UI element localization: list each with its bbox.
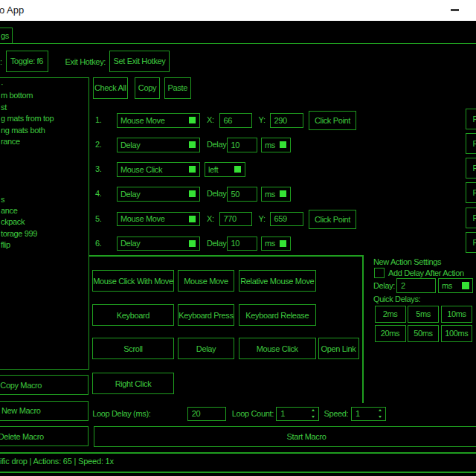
delay-unit-dropdown[interactable]: ms [438,278,473,293]
remove-action-button[interactable]: R [466,109,476,129]
remove-action-button[interactable]: R [466,232,476,253]
macro-list-item[interactable]: ance [1,206,17,215]
macro-list-item[interactable]: · [1,80,3,89]
macro-list-item[interactable]: ckpack [1,217,25,226]
action-type-dropdown[interactable]: Mouse Click [117,162,200,177]
toggle-hotkey-button[interactable]: Toggle: f6 [6,51,48,73]
palette-mouse-move-button[interactable]: Mouse Move [178,270,234,292]
quick-delay-20ms-button[interactable]: 20ms [375,325,406,342]
delay-value-input[interactable]: 10 [227,138,257,152]
quick-delay-2ms-button[interactable]: 2ms [375,306,406,323]
quick-delay-100ms-button[interactable]: 100ms [441,325,472,342]
y-value-text: 290 [274,116,287,125]
palette-mouse-click-button[interactable]: Mouse Click [239,338,317,359]
palette-keyboard-release-button[interactable]: Keyboard Release [239,304,317,326]
y-coordinate-input[interactable]: 659 [270,212,303,227]
palette-relative-mouse-move-button[interactable]: Relative Mouse Move [239,270,317,292]
action-type-dropdown[interactable]: Delay [117,138,200,152]
speed-value-text: 1 [356,409,360,418]
new-macro-button[interactable]: New Macro [0,401,89,421]
palette-keyboard-press-label: Keyboard Press [178,311,233,320]
loop-count-input[interactable]: 1 [276,407,319,421]
delay-value-input[interactable]: 2 [396,278,436,293]
macro-list-item[interactable]: flip [1,240,10,249]
quick-delay-100ms-label: 100ms [445,329,468,338]
mouse-button-dropdown[interactable]: left [205,162,245,177]
palette-right-click-label: Right Click [115,379,152,388]
x-coordinate-input[interactable]: 770 [219,212,252,227]
action-type-dropdown[interactable]: Mouse Move [117,113,200,128]
macro-list-item[interactable]: rance [1,137,20,146]
remove-action-button[interactable]: R [466,158,476,178]
delay-unit-dropdown[interactable]: ms [261,237,291,251]
action-row-number: 5. [95,214,101,223]
y-label: Y: [259,115,266,124]
new-macro-label: New Macro [1,406,40,415]
delay-unit-value: ms [442,281,452,290]
paste-label: Paste [168,83,187,92]
y-label: Y: [259,214,266,223]
record-hotkey-label-fragment: : [0,57,2,66]
action-type-dropdown[interactable]: Delay [117,187,200,202]
delay-value-text: 2 [401,281,405,290]
quick-delay-50ms-button[interactable]: 50ms [408,325,439,342]
click-point-label: Click Point [315,215,350,224]
action-row-number: 3. [95,164,101,173]
click-point-button[interactable]: Click Point [309,210,356,229]
macro-list[interactable]: ·m bottomstg mats from topng mats bothra… [0,77,89,370]
tab-settings[interactable]: gs [0,28,13,44]
delay-unit-dropdown[interactable]: ms [261,138,291,152]
palette-scroll-label: Scroll [123,344,142,353]
quick-delay-5ms-button[interactable]: 5ms [408,306,439,323]
start-macro-button[interactable]: Start Macro [94,426,476,448]
add-delay-checkbox[interactable] [374,268,385,278]
remove-action-label: R [473,164,476,173]
delay-value-input[interactable]: 10 [227,237,257,251]
palette-right-click-button[interactable]: Right Click [92,373,174,394]
delete-macro-button[interactable]: Delete Macro [0,426,89,446]
click-point-button[interactable]: Click Point [309,111,356,130]
action-row-number: 1. [95,115,101,124]
macro-list-item[interactable]: torage 999 [1,229,37,238]
remove-action-button[interactable]: R [466,133,476,154]
dropdown-indicator-icon [189,240,196,247]
action-row-number: 6. [95,239,101,248]
spinner-up-icon [379,409,382,411]
action-type-value: Delay [120,239,140,248]
remove-action-button[interactable]: R [466,182,476,203]
speed-spinner[interactable] [377,409,383,419]
right-panel-divider [362,255,364,403]
speed-input[interactable]: 1 [351,407,386,421]
y-coordinate-input[interactable]: 290 [270,113,303,128]
palette-scroll-button[interactable]: Scroll [92,338,174,359]
action-type-dropdown[interactable]: Mouse Move [117,212,200,227]
set-exit-hotkey-button[interactable]: Set Exit Hotkey [109,51,170,73]
palette-keyboard-button[interactable]: Keyboard [92,304,174,326]
delete-macro-label: Delete Macro [0,432,44,441]
palette-mouse-click-with-move-button[interactable]: Mouse Click With Move [92,270,174,292]
paste-button[interactable]: Paste [164,77,192,99]
palette-delay-button[interactable]: Delay [178,338,234,359]
quick-delay-10ms-button[interactable]: 10ms [441,306,472,323]
remove-action-button[interactable]: R [466,208,476,228]
action-type-dropdown[interactable]: Delay [117,237,200,251]
macro-list-item[interactable]: m bottom [1,91,33,100]
speed-label: Speed: [324,409,349,418]
macro-list-item[interactable]: ng mats both [1,126,45,135]
statusbar-top-border [0,452,476,454]
minimize-icon[interactable] [451,9,459,11]
macro-list-item[interactable]: g mats from top [1,114,54,123]
palette-open-link-button[interactable]: Open Link [318,338,359,359]
copy-macro-button[interactable]: Copy Macro [0,375,89,395]
loop-count-spinner[interactable] [310,409,316,419]
delay-value-input[interactable]: 50 [227,187,257,202]
palette-keyboard-press-button[interactable]: Keyboard Press [178,304,234,326]
delay-unit-dropdown[interactable]: ms [261,187,291,202]
x-coordinate-input[interactable]: 66 [219,113,252,128]
check-all-button[interactable]: Check All [93,77,129,99]
macro-list-item[interactable]: st [1,103,7,112]
copy-button[interactable]: Copy [135,77,160,99]
loop-delay-input[interactable]: 20 [187,407,227,421]
dropdown-indicator-icon [462,282,469,289]
macro-list-item[interactable]: s [1,195,4,204]
